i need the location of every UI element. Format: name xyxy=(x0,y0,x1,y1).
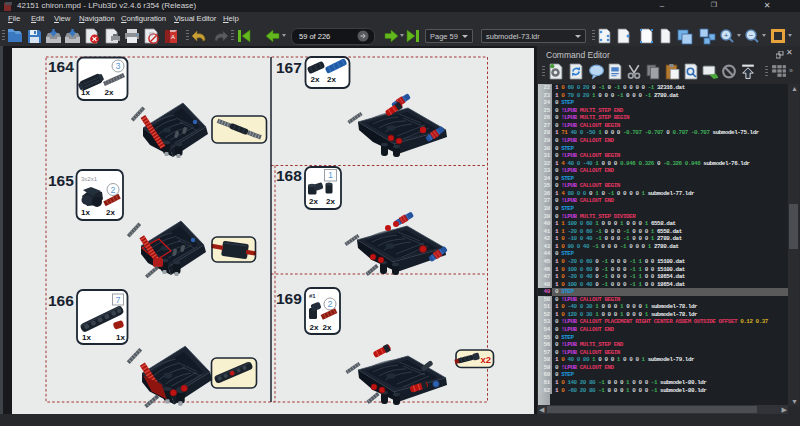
svg-text:2x: 2x xyxy=(311,75,320,84)
svg-text:−: − xyxy=(749,31,754,40)
svg-text:2x: 2x xyxy=(106,208,115,217)
svg-text:2x: 2x xyxy=(309,197,318,206)
svg-text:2: 2 xyxy=(327,299,332,309)
svg-text:167: 167 xyxy=(276,59,302,76)
svg-text:2x: 2x xyxy=(323,323,332,332)
svg-text:1: 1 xyxy=(328,170,333,180)
svg-text:164: 164 xyxy=(48,58,74,75)
svg-text:166: 166 xyxy=(48,292,74,309)
svg-text:1x: 1x xyxy=(82,333,91,342)
svg-text:2x: 2x xyxy=(327,75,336,84)
svg-text:2: 2 xyxy=(110,185,115,195)
svg-text:#1: #1 xyxy=(309,293,316,299)
svg-text:A: A xyxy=(171,34,175,40)
svg-text:169: 169 xyxy=(276,290,302,307)
svg-text:2x: 2x xyxy=(326,197,335,206)
svg-text:165: 165 xyxy=(48,172,74,189)
svg-text:2x: 2x xyxy=(105,88,114,97)
svg-text:7: 7 xyxy=(115,295,120,305)
svg-text:+: + xyxy=(724,31,729,40)
svg-text:1x: 1x xyxy=(81,208,90,217)
svg-text:3: 3 xyxy=(115,61,120,71)
svg-text:3x2x1: 3x2x1 xyxy=(81,176,98,182)
svg-text:168: 168 xyxy=(276,167,302,184)
svg-text:x2: x2 xyxy=(481,354,492,365)
svg-text:1x: 1x xyxy=(116,333,125,342)
svg-text:2x: 2x xyxy=(310,323,319,332)
